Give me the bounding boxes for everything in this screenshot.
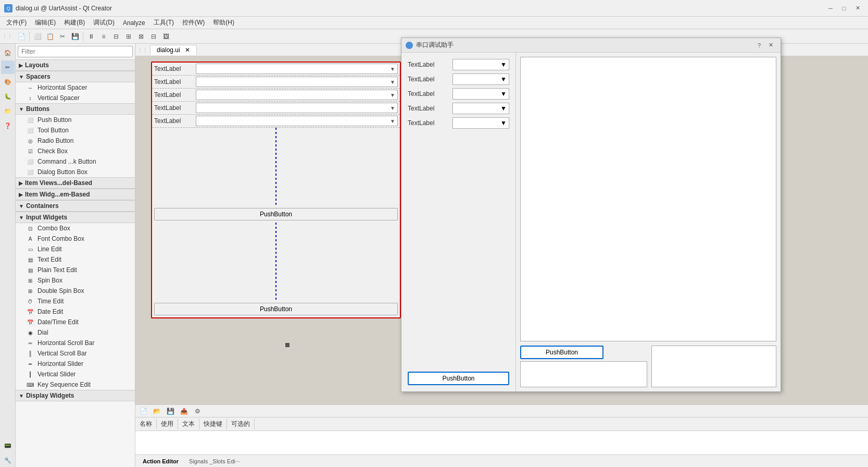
form-label-2: TextLabel [154,78,196,85]
handle-bottomleft[interactable] [285,343,290,347]
toolbar-grid[interactable]: ⊞ [123,31,134,42]
form-combo-4[interactable]: ▼ [196,103,398,113]
design-btn-uart[interactable]: 📟 [1,439,15,452]
widget-v-slider[interactable]: ┃ Vertical Slider [16,369,135,379]
design-btn-edit[interactable]: ✏ [1,60,15,74]
menu-tools[interactable]: 工具(T) [149,17,178,28]
design-btn-welcome[interactable]: 🏠 [1,46,15,59]
widget-plain-text-edit[interactable]: ▤ Plain Text Edit [16,265,135,275]
close-button[interactable]: ✕ [851,3,864,14]
serial-send-button[interactable]: PushButton [520,346,603,359]
toolbar-cut[interactable]: ✂ [57,31,68,42]
serial-combo-5[interactable]: ▼ [452,117,509,129]
tab-action-editor[interactable]: Action Editor [137,457,184,465]
widget-horizontal-spacer[interactable]: ↔ Horizontal Spacer [16,82,135,93]
serial-connect-button[interactable]: PushButton [408,372,509,385]
serial-combo-1[interactable]: ▼ [452,59,509,70]
widget-combo-box[interactable]: ⊡ Combo Box [16,223,135,233]
tab-dialog-ui[interactable]: dialog.ui ✕ [150,45,197,55]
menu-edit[interactable]: 编辑(E) [31,17,60,28]
serial-send-area[interactable] [520,361,647,387]
tab-signals-slots[interactable]: Signals _Slots Edi··· [184,457,245,465]
widget-spin-box[interactable]: ⊞ Spin Box [16,275,135,286]
widget-datetime-edit[interactable]: 📅 Date/Time Edit [16,317,135,327]
form-pushbutton-2[interactable]: PushButton [154,303,398,315]
menu-widgets[interactable]: 控件(W) [178,17,209,28]
toolbar-img[interactable]: 🖼 [160,31,172,42]
action-save[interactable]: 💾 [165,405,176,417]
widget-double-spin-box[interactable]: ⊞ Double Spin Box [16,286,135,296]
widget-text-edit[interactable]: ▤ Text Edit [16,254,135,265]
toolbar-grid2[interactable]: ⊠ [135,31,147,42]
widget-key-sequence-edit[interactable]: ⌨ Key Sequence Edit [16,379,135,390]
serial-close-button[interactable]: ✕ [765,41,776,50]
menu-file[interactable]: 文件(F) [2,17,31,28]
datetime-edit-icon: 📅 [26,318,34,326]
form-pushbutton-1[interactable]: PushButton [154,208,398,220]
widget-dialog-button-box[interactable]: ⬜ Dialog Button Box [16,167,135,177]
toolbar-grid3[interactable]: ⊟ [148,31,159,42]
form-combo-5[interactable]: ▼ [196,116,398,126]
form-combo-3[interactable]: ▼ [196,90,398,100]
maximize-button[interactable]: □ [838,3,850,14]
widget-font-combo-box[interactable]: A Font Combo Box [16,233,135,244]
widget-check-box[interactable]: ☑ Check Box [16,146,135,156]
h-slider-icon: ━ [26,360,34,368]
toolbar-align[interactable]: ≡ [98,31,109,42]
serial-receive-area[interactable] [520,57,776,341]
menu-analyze[interactable]: Analyze [119,18,149,28]
category-containers[interactable]: ▼ Containers [16,200,135,212]
form-combo-2[interactable]: ▼ [196,77,398,87]
v-scrollbar-icon: ║ [26,349,34,358]
action-settings[interactable]: ⚙ [192,405,203,417]
category-buttons[interactable]: ▼ Buttons [16,103,135,115]
category-item-views[interactable]: ▶ Item Views...del-Based [16,177,135,189]
widget-line-edit[interactable]: ▭ Line Edit [16,244,135,254]
design-btn-design[interactable]: 🎨 [1,75,15,89]
widget-date-edit[interactable]: 📅 Date Edit [16,306,135,317]
widget-h-scrollbar[interactable]: ═ Horizontal Scroll Bar [16,338,135,348]
widget-push-button[interactable]: ⬜ Push Button [16,115,135,125]
menu-debug[interactable]: 调试(D) [89,17,119,28]
toolbar-pause[interactable]: ⏸ [85,31,97,42]
toolbar-copy-layout[interactable]: ⬜ [32,31,43,42]
tool-button-icon: ⬜ [26,126,34,134]
toolbar-align2[interactable]: ⊟ [110,31,122,42]
action-new[interactable]: 📄 [137,405,149,417]
action-export[interactable]: 📤 [178,405,190,417]
form-combo-1[interactable]: ▼ [196,64,398,74]
design-btn-debug[interactable]: 🐛 [1,90,15,103]
widget-radio-button[interactable]: ◎ Radio Button [16,136,135,146]
widget-vertical-spacer[interactable]: ↕ Vertical Spacer [16,93,135,103]
minimize-button[interactable]: ─ [824,3,837,14]
menu-build[interactable]: 构建(B) [60,17,89,28]
category-item-widgets[interactable]: ▶ Item Widg...em-Based [16,189,135,200]
toolbar-save[interactable]: 💾 [69,31,81,42]
widget-h-slider[interactable]: ━ Horizontal Slider [16,359,135,369]
push-button-icon: ⬜ [26,116,34,124]
tab-close-icon[interactable]: ✕ [185,46,190,54]
category-display-widgets[interactable]: ▼ Display Widgets [16,390,135,401]
serial-help-button[interactable]: ? [753,41,765,50]
design-btn-help[interactable]: ❓ [1,119,15,132]
serial-combo-4[interactable]: ▼ [452,103,509,114]
category-layouts[interactable]: ▶ Layouts [16,59,135,71]
toolbar-paste[interactable]: 📋 [44,31,56,42]
serial-combo-3[interactable]: ▼ [452,88,509,100]
widget-dial[interactable]: ◉ Dial [16,327,135,338]
category-spacers[interactable]: ▼ Spacers [16,71,135,82]
widget-time-edit[interactable]: ⏱ Time Edit [16,296,135,306]
widget-v-scrollbar[interactable]: ║ Vertical Scroll Bar [16,348,135,359]
design-btn-project[interactable]: 📁 [1,104,15,118]
serial-combo-2[interactable]: ▼ [452,73,509,85]
menu-help[interactable]: 帮助(H) [209,17,238,28]
widget-command-button[interactable]: ⬜ Command ...k Button [16,156,135,167]
widget-filter-input[interactable] [18,46,133,57]
action-open[interactable]: 📂 [151,405,162,417]
design-btn-debug2[interactable]: 🔧 [1,453,15,467]
category-input-widgets[interactable]: ▼ Input Widgets [16,212,135,223]
widget-tool-button[interactable]: ⬜ Tool Button [16,125,135,136]
form-row-1: TextLabel ▼ [152,63,400,76]
toolbar-new[interactable]: 📄 [16,31,27,42]
tab-drag: ⋮⋮ [137,47,148,53]
